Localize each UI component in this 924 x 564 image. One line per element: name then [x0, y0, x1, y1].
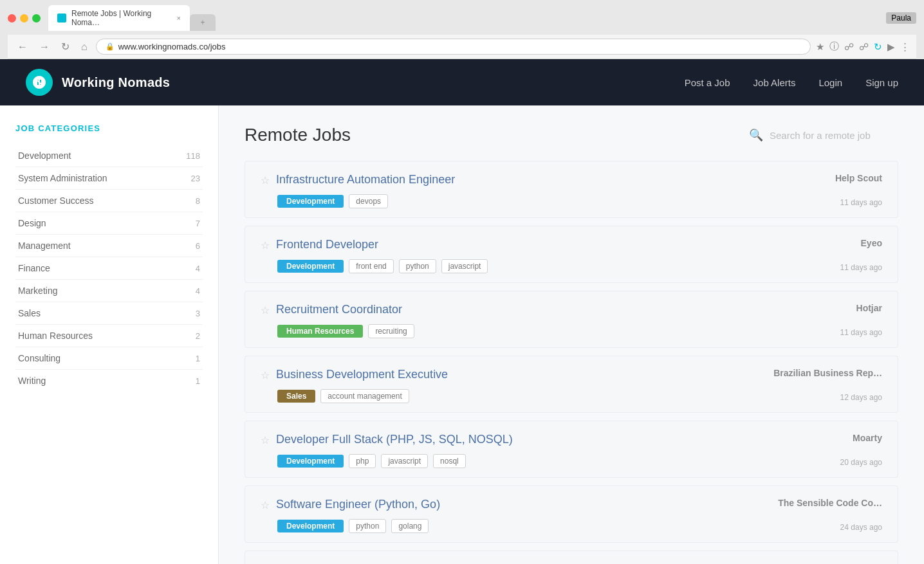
favorite-star-icon[interactable]: ☆: [261, 369, 270, 381]
cast-icon[interactable]: ▶: [887, 41, 895, 53]
forward-button[interactable]: →: [36, 40, 53, 54]
sidebar-item-count: 118: [186, 151, 200, 161]
main-content: Remote Jobs 🔍 ☆ Infrastructure Automatio…: [219, 105, 924, 564]
job-category-tag[interactable]: Development: [277, 195, 344, 208]
job-card: ☆ Software Engineer (Python, Go) The Sen…: [245, 486, 898, 543]
tab-favicon: [57, 14, 66, 23]
job-bottom: Human Resources recruiting 11 days ago: [261, 323, 882, 338]
job-title[interactable]: Business Development Executive: [276, 368, 773, 381]
job-category-tag[interactable]: Human Resources: [277, 325, 363, 338]
search-icon: 🔍: [749, 128, 763, 142]
job-tags: Development front end python javascript: [261, 259, 488, 273]
maximize-window-button[interactable]: [32, 14, 41, 23]
job-tag: php: [349, 454, 376, 468]
job-category-tag[interactable]: Sales: [277, 390, 315, 403]
address-bar[interactable]: 🔒 www.workingnomads.co/jobs: [96, 39, 811, 55]
minimize-window-button[interactable]: [20, 14, 28, 23]
nav-signup[interactable]: Sign up: [865, 77, 898, 88]
job-title[interactable]: Infrastructure Automation Engineer: [276, 173, 786, 186]
job-company: Hotjar: [786, 303, 882, 313]
job-category-tag[interactable]: Development: [277, 520, 344, 532]
site-header: Working Nomads Post a Job Job Alerts Log…: [0, 59, 924, 105]
shield-icon[interactable]: ☍: [844, 41, 854, 53]
menu-icon[interactable]: ⋮: [900, 41, 910, 53]
sidebar-item-label: Consulting: [18, 353, 196, 363]
home-button[interactable]: ⌂: [78, 40, 91, 54]
tab-close-button[interactable]: ×: [177, 14, 181, 22]
job-company: Eyeo: [786, 238, 882, 248]
sidebar-item-count: 1: [196, 354, 200, 363]
job-title[interactable]: Frontend Developer: [276, 238, 786, 251]
job-tags: Sales account management: [261, 389, 409, 403]
sidebar-item-development[interactable]: Development 118: [15, 145, 203, 167]
job-title[interactable]: Recruitment Coordinator: [276, 303, 786, 316]
sidebar-item-writing[interactable]: Writing 1: [15, 370, 203, 392]
info-icon[interactable]: ⓘ: [829, 41, 839, 53]
job-bottom: Sales account management 12 days ago: [261, 388, 882, 403]
nav-job-alerts[interactable]: Job Alerts: [753, 77, 796, 88]
browser-toolbar: ← → ↻ ⌂ 🔒 www.workingnomads.co/jobs ★ ⓘ …: [8, 35, 916, 59]
browser-titlebar: Remote Jobs | Working Noma… × + Paula: [8, 5, 916, 31]
sidebar-item-count: 2: [196, 331, 200, 341]
favorite-star-icon[interactable]: ☆: [261, 499, 270, 511]
sidebar-item-finance[interactable]: Finance 4: [15, 257, 203, 280]
browser-user: Paula: [886, 12, 916, 24]
job-bottom: Development devops 11 days ago: [261, 193, 882, 208]
job-category-tag[interactable]: Development: [277, 260, 344, 273]
job-date: 12 days ago: [840, 393, 882, 402]
content-layout: JOB CATEGORIES Development 118 System Ad…: [0, 105, 924, 564]
sidebar-item-label: Marketing: [18, 286, 196, 296]
browser-window-controls: [8, 14, 41, 23]
job-card: ☆ Infrastructure Automation Engineer Hel…: [245, 161, 898, 218]
job-card: ☆ Recruitment Coordinator Hotjar Human R…: [245, 291, 898, 348]
sidebar-item-count: 3: [196, 309, 200, 318]
nav-login[interactable]: Login: [818, 77, 842, 88]
job-title[interactable]: Developer Full Stack (PHP, JS, SQL, NOSQ…: [276, 433, 786, 446]
browser-tabs: Remote Jobs | Working Noma… × +: [48, 5, 216, 31]
job-tags: Human Resources recruiting: [261, 324, 414, 338]
sidebar-item-marketing[interactable]: Marketing 4: [15, 280, 203, 302]
favorite-star-icon[interactable]: ☆: [261, 304, 270, 316]
job-card: ☆ Frontend Developer Eyeo Development fr…: [245, 226, 898, 283]
sidebar-item-human-resources[interactable]: Human Resources 2: [15, 325, 203, 347]
favorite-star-icon[interactable]: ☆: [261, 434, 270, 446]
sidebar-item-customer-success[interactable]: Customer Success 8: [15, 190, 203, 212]
active-tab[interactable]: Remote Jobs | Working Noma… ×: [48, 5, 190, 31]
sidebar-item-label: Development: [18, 150, 186, 161]
new-tab-button[interactable]: +: [190, 14, 216, 31]
new-tab-icon: +: [200, 18, 205, 27]
sidebar-item-design[interactable]: Design 7: [15, 212, 203, 235]
bookmark-star-icon[interactable]: ★: [816, 41, 824, 53]
sync-icon[interactable]: ↻: [874, 41, 882, 53]
search-input[interactable]: [770, 130, 898, 141]
reload-button[interactable]: ↻: [58, 39, 73, 54]
favorite-star-icon[interactable]: ☆: [261, 239, 270, 251]
layers-icon[interactable]: ☍: [859, 41, 869, 53]
sidebar-item-label: Design: [18, 218, 196, 228]
favorite-star-icon[interactable]: ☆: [261, 174, 270, 186]
nav-post-a-job[interactable]: Post a Job: [685, 77, 730, 88]
job-tag: devops: [349, 194, 388, 208]
sidebar-item-sales[interactable]: Sales 3: [15, 302, 203, 325]
job-company: Brazilian Business Rep…: [773, 368, 882, 378]
job-date: 11 days ago: [840, 263, 882, 272]
sidebar-item-consulting[interactable]: Consulting 1: [15, 347, 203, 370]
sidebar-item-count: 8: [196, 196, 200, 206]
security-icon: 🔒: [106, 42, 115, 51]
job-tag: front end: [349, 259, 393, 273]
sidebar-item-system-administration[interactable]: System Administration 23: [15, 167, 203, 190]
job-category-tag[interactable]: Development: [277, 455, 344, 468]
sidebar-item-count: 23: [191, 174, 200, 183]
tab-title: Remote Jobs | Working Noma…: [71, 9, 172, 27]
job-bottom: Development php javascript nosql 20 days…: [261, 453, 882, 468]
toolbar-icons: ★ ⓘ ☍ ☍ ↻ ▶ ⋮: [816, 41, 910, 53]
job-title[interactable]: Software Engineer (Python, Go): [276, 498, 778, 511]
job-tag: account management: [320, 389, 409, 403]
sidebar-item-management[interactable]: Management 6: [15, 235, 203, 257]
job-card-top: ☆ Recruitment Coordinator Hotjar: [261, 303, 882, 316]
job-tags: Development devops: [261, 194, 388, 208]
back-button[interactable]: ←: [14, 40, 31, 54]
sidebar-item-label: Writing: [18, 376, 196, 386]
close-window-button[interactable]: [8, 14, 16, 23]
job-company: Moarty: [786, 433, 882, 443]
